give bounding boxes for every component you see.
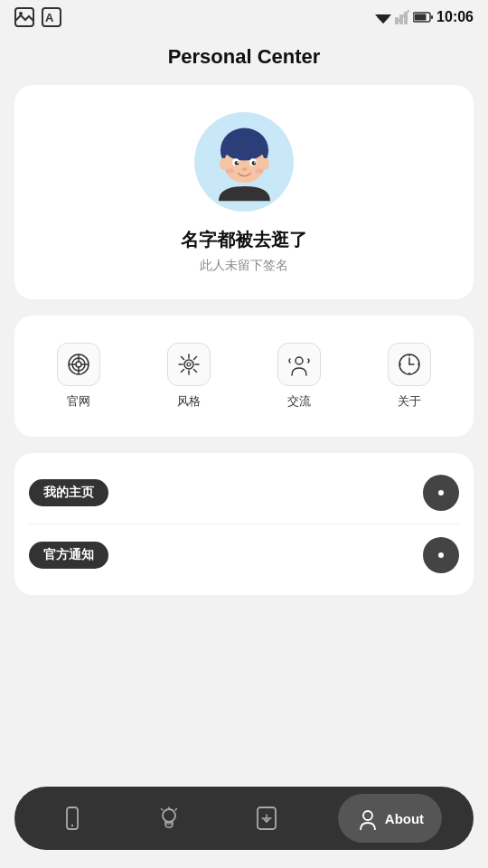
about-icon-wrapper — [388, 343, 431, 386]
svg-point-54 — [163, 809, 175, 822]
svg-marker-5 — [377, 17, 389, 24]
svg-rect-11 — [415, 14, 427, 21]
menu-notice-tag: 官方通知 — [29, 542, 108, 569]
svg-point-24 — [241, 167, 247, 171]
svg-point-29 — [76, 362, 81, 367]
page-title-bar: Personal Center — [0, 33, 488, 85]
avatar[interactable] — [194, 112, 294, 212]
svg-rect-12 — [431, 15, 433, 19]
action-exchange[interactable]: 交流 — [244, 334, 354, 419]
wifi-icon — [375, 11, 391, 24]
clock: 10:06 — [436, 9, 474, 25]
svg-text:A: A — [45, 11, 54, 24]
dot-icon-2 — [438, 552, 444, 558]
dot-icon — [438, 490, 444, 495]
actions-grid: 官网 风格 — [23, 334, 465, 419]
about-nav-label: About — [385, 811, 424, 826]
username: 名字都被去逛了 — [181, 228, 307, 252]
status-bar: A 10:06 — [0, 0, 488, 33]
avatar-image — [202, 119, 287, 205]
device-nav-icon — [61, 807, 84, 830]
download-nav-icon — [255, 807, 278, 830]
clock-person-icon — [397, 352, 422, 377]
svg-point-43 — [187, 363, 191, 366]
signal-icon — [395, 10, 409, 24]
menu-item-home[interactable]: 我的主页 — [29, 462, 459, 524]
action-official[interactable]: 官网 — [23, 334, 134, 419]
svg-line-58 — [162, 809, 164, 811]
svg-point-62 — [363, 811, 372, 820]
menu-notice-left: 官方通知 — [29, 542, 108, 569]
svg-point-17 — [260, 157, 269, 169]
official-icon-wrapper — [57, 343, 100, 386]
actions-card: 官网 风格 — [14, 316, 474, 437]
svg-line-57 — [175, 809, 177, 811]
svg-line-41 — [194, 357, 197, 360]
action-style[interactable]: 风格 — [134, 334, 244, 419]
style-icon-wrapper — [167, 343, 211, 386]
svg-point-53 — [71, 825, 73, 826]
svg-point-25 — [225, 168, 234, 174]
person-signal-icon — [286, 352, 312, 377]
svg-line-39 — [182, 357, 184, 360]
svg-line-42 — [182, 370, 184, 373]
menu-home-dot-btn[interactable] — [423, 475, 459, 511]
status-left-icons: A — [14, 7, 61, 27]
bulb-nav-icon — [157, 807, 181, 830]
svg-line-40 — [194, 370, 197, 373]
sun-spiral-icon — [176, 352, 202, 377]
about-quick-label: 关于 — [398, 393, 421, 410]
svg-point-34 — [184, 360, 193, 369]
menu-card: 我的主页 官方通知 — [14, 453, 474, 595]
style-label: 风格 — [177, 393, 201, 410]
spiral-icon — [66, 352, 91, 377]
bottom-nav: About — [14, 787, 474, 850]
menu-item-notice[interactable]: 官方通知 — [29, 524, 459, 586]
profile-card: 名字都被去逛了 此人未留下签名 — [14, 85, 474, 299]
menu-home-left: 我的主页 — [29, 479, 108, 506]
nav-item-device[interactable] — [46, 794, 99, 843]
battery-icon — [413, 12, 433, 23]
svg-point-44 — [296, 357, 303, 364]
nav-item-bulb[interactable] — [143, 794, 195, 843]
action-about[interactable]: 关于 — [354, 334, 465, 419]
svg-point-20 — [234, 161, 239, 165]
svg-point-16 — [219, 157, 228, 169]
nav-item-download[interactable] — [240, 794, 293, 843]
exchange-icon-wrapper — [277, 343, 321, 386]
font-icon: A — [42, 7, 61, 27]
svg-point-26 — [254, 168, 263, 174]
svg-point-15 — [221, 129, 266, 160]
svg-point-21 — [251, 161, 256, 165]
status-right-icons: 10:06 — [375, 9, 474, 25]
about-nav-icon — [356, 807, 380, 830]
bio: 此人未留下签名 — [200, 258, 288, 274]
nav-item-about[interactable]: About — [338, 794, 442, 843]
page-title: Personal Center — [0, 45, 488, 69]
official-label: 官网 — [67, 393, 90, 410]
gallery-icon — [14, 7, 34, 27]
menu-home-tag: 我的主页 — [29, 479, 108, 506]
svg-point-22 — [236, 161, 238, 163]
svg-point-23 — [253, 161, 255, 163]
exchange-label: 交流 — [287, 393, 311, 410]
menu-notice-dot-btn[interactable] — [423, 537, 459, 573]
